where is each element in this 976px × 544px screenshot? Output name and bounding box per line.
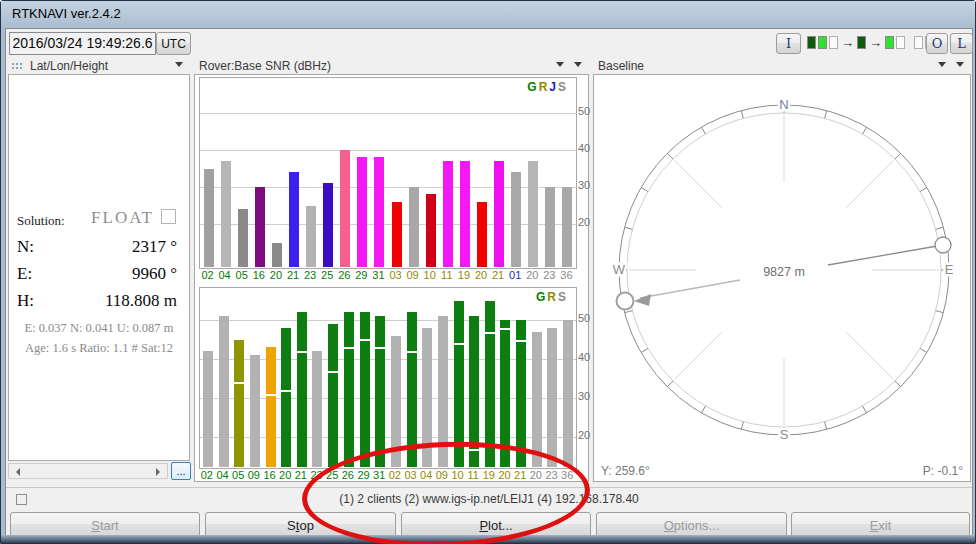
accuracy-text: E: 0.037 N: 0.041 U: 0.087 m xyxy=(9,321,189,336)
snr-bar-G20 xyxy=(272,243,282,268)
chevron-down-icon[interactable] xyxy=(175,62,183,71)
snr-bar-S23 xyxy=(545,187,555,267)
window-title: RTKNAVI ver.2.4.2 xyxy=(12,6,121,21)
n-value: 2317 ° xyxy=(132,237,177,257)
horizontal-scrollbar[interactable] xyxy=(8,463,168,479)
snr-panel-body: 20304050 0204051620212325262931030910111… xyxy=(194,74,589,482)
snr-panel-header[interactable]: Rover:Base SNR (dBHz) xyxy=(193,58,590,74)
snr-bar-R11 xyxy=(469,316,479,467)
compass-radial-line xyxy=(846,160,893,207)
flow-arrow-icon: → xyxy=(841,36,854,49)
stream-led-on2 xyxy=(857,36,866,49)
compass-tick xyxy=(895,381,901,387)
sat-label: 36 xyxy=(554,269,578,281)
chevron-down-icon[interactable] xyxy=(574,62,582,71)
stream-led-off xyxy=(829,36,838,49)
solution-checkbox[interactable] xyxy=(161,209,176,224)
more-button[interactable]: ... xyxy=(171,462,191,480)
snr-mark xyxy=(454,343,464,345)
n-label: N: xyxy=(17,237,34,256)
chevron-down-icon[interactable] xyxy=(938,62,946,71)
y-tick-label: 50 xyxy=(578,312,590,324)
position-panel-title: Lat/Lon/Height xyxy=(30,59,108,73)
legend-G: G xyxy=(536,290,547,304)
snr-mark xyxy=(407,351,417,353)
snr-bar-R20 xyxy=(500,320,510,467)
snr-bar-R04 xyxy=(422,328,432,467)
snr-bar-G25 xyxy=(323,183,333,267)
snr-bar-G23 xyxy=(312,351,322,467)
position-panel-header[interactable]: Lat/Lon/Height xyxy=(7,58,191,74)
compass-radial-line xyxy=(674,160,721,207)
output-stream-button[interactable]: O xyxy=(926,33,948,54)
base-snr-plot xyxy=(199,287,577,469)
snr-mark xyxy=(297,351,307,353)
age-ratio-text: Age: 1.6 s Ratio: 1.1 # Sat:12 xyxy=(9,341,189,356)
snr-bar-G16 xyxy=(255,187,265,267)
scroll-right-icon[interactable] xyxy=(156,468,164,476)
compass-tick xyxy=(625,311,633,313)
compass-east-label: E xyxy=(945,262,954,277)
status-square-icon xyxy=(16,494,27,505)
legend-S: S xyxy=(558,290,568,304)
baseline-panel-header[interactable]: Baseline xyxy=(592,58,972,74)
stream-led-on2 xyxy=(807,36,816,49)
compass-tick xyxy=(936,311,944,313)
legend-R: R xyxy=(547,290,558,304)
position-panel: Lat/Lon/Height Solution: FLOAT N: 2317 °… xyxy=(7,58,191,482)
window-frame-bottom xyxy=(1,535,975,543)
utc-button[interactable]: UTC xyxy=(156,32,191,55)
log-stream-button[interactable]: L xyxy=(950,33,973,54)
snr-panel: Rover:Base SNR (dBHz) 20304050 020405162… xyxy=(193,58,590,482)
solution-label: Solution: xyxy=(17,213,65,228)
snr-bar-R09 xyxy=(438,316,448,467)
input-stream-button[interactable]: I xyxy=(776,33,801,54)
base-position-marker xyxy=(617,293,634,310)
pitch-value: P: -0.1° xyxy=(923,464,963,478)
base-snr-xaxis: 0204050916202123252629310203040910111920… xyxy=(199,469,575,481)
legend-G: G xyxy=(527,80,538,94)
scroll-left-icon[interactable] xyxy=(12,468,20,476)
stream-status-text: (1) 2 clients (2) www.igs-ip.net/LEIJ1 (… xyxy=(6,492,972,506)
baseline-compass: N E S W 9827 m xyxy=(594,75,972,481)
snr-mark xyxy=(234,382,244,384)
solution-status: FLOAT xyxy=(91,208,154,228)
h-label: H: xyxy=(17,291,34,310)
compass-tick xyxy=(825,111,827,119)
snr-bar-G23 xyxy=(306,206,316,268)
compass-south-label: S xyxy=(780,427,789,442)
rover-snr-xaxis: 0204051620212325262931030910111920210120… xyxy=(199,269,575,281)
status-bar: (1) 2 clients (2) www.igs-ip.net/LEIJ1 (… xyxy=(6,487,972,510)
baseline-panel-title: Baseline xyxy=(598,59,644,73)
snr-mark xyxy=(469,449,479,451)
rtknavi-window: RTKNAVI ver.2.4.2 2016/03/24 19:49:26.6 … xyxy=(0,0,976,544)
snr-bar-G26 xyxy=(340,150,350,267)
compass-tick xyxy=(920,188,927,192)
title-bar[interactable]: RTKNAVI ver.2.4.2 xyxy=(1,1,975,28)
snr-bar-R19 xyxy=(460,161,470,267)
snr-bar-R20 xyxy=(477,202,487,267)
client-area: 2016/03/24 19:49:26.6 UTC I →→ O L Lat/L… xyxy=(5,28,973,537)
snr-bar-R03 xyxy=(407,312,417,467)
snr-mark xyxy=(344,347,354,349)
chevron-down-icon[interactable] xyxy=(556,62,564,71)
snr-mark xyxy=(500,328,510,330)
compass-radial-line xyxy=(674,332,721,379)
stream-led-on1 xyxy=(818,36,827,49)
baseline-panel-body: N E S W 9827 m Y: 259.6° P: -0.1° xyxy=(593,74,971,482)
snr-bar-S36 xyxy=(563,320,573,467)
compass-tick xyxy=(863,406,867,413)
snr-bar-G02 xyxy=(203,351,213,467)
compass-tick xyxy=(625,227,633,229)
compass-tick xyxy=(667,153,673,159)
snr-bar-R09 xyxy=(409,187,419,267)
stream-led-off xyxy=(896,36,905,49)
e-label: E: xyxy=(17,264,32,283)
h-value: 118.808 m xyxy=(105,291,177,311)
snr-bar-R10 xyxy=(454,301,464,468)
time-text: 2016/03/24 19:49:26.6 xyxy=(12,35,152,51)
legend-S: S xyxy=(558,80,568,94)
rover-position-marker xyxy=(935,237,951,253)
snr-bar-S20 xyxy=(528,161,538,267)
chevron-down-icon[interactable] xyxy=(956,62,964,71)
